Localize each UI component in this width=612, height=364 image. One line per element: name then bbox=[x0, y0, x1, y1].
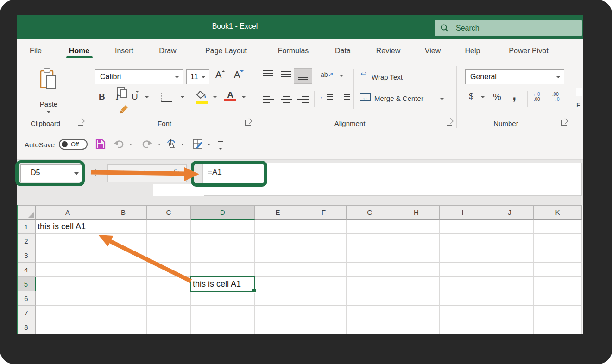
row-header-4[interactable]: 4 bbox=[17, 263, 36, 277]
cell-B6[interactable] bbox=[100, 291, 147, 306]
column-header-C[interactable]: C bbox=[147, 206, 191, 220]
cell-H3[interactable] bbox=[393, 248, 440, 263]
column-header-J[interactable]: J bbox=[486, 206, 534, 220]
cell-J2[interactable] bbox=[486, 234, 534, 248]
cell-F5[interactable] bbox=[301, 277, 347, 291]
undo-button[interactable] bbox=[113, 139, 125, 151]
paste-dropdown-icon[interactable] bbox=[47, 111, 50, 113]
borders-button[interactable] bbox=[161, 93, 172, 102]
tab-insert[interactable]: Insert bbox=[115, 47, 133, 55]
cell-E2[interactable] bbox=[255, 234, 301, 248]
cell-F2[interactable] bbox=[301, 234, 347, 248]
cell-I5[interactable] bbox=[440, 277, 486, 291]
cell-B7[interactable] bbox=[100, 306, 147, 320]
cell-K6[interactable] bbox=[534, 291, 582, 306]
row-header-5[interactable]: 5 bbox=[17, 277, 36, 291]
clipboard-dialog-launcher-icon[interactable] bbox=[78, 120, 83, 126]
cell-E1[interactable] bbox=[255, 220, 301, 234]
tab-help[interactable]: Help bbox=[465, 47, 480, 55]
cell-K7[interactable] bbox=[534, 306, 582, 320]
cell-B8[interactable] bbox=[100, 320, 147, 334]
align-center-button[interactable] bbox=[281, 94, 292, 103]
row-header-3[interactable]: 3 bbox=[17, 248, 36, 263]
tab-draw[interactable]: Draw bbox=[159, 47, 176, 55]
cell-J7[interactable] bbox=[486, 306, 534, 320]
cell-E4[interactable] bbox=[255, 263, 301, 277]
cell-I3[interactable] bbox=[440, 248, 486, 263]
column-header-D[interactable]: D bbox=[191, 206, 255, 220]
increase-indent-button[interactable]: → bbox=[337, 94, 350, 100]
cell-D8[interactable] bbox=[191, 320, 255, 334]
cell-G6[interactable] bbox=[347, 291, 393, 306]
cell-A6[interactable] bbox=[36, 291, 100, 306]
tab-formulas[interactable]: Formulas bbox=[278, 47, 309, 55]
column-header-K[interactable]: K bbox=[534, 206, 582, 220]
row-header-8[interactable]: 8 bbox=[17, 320, 36, 334]
select-all-corner[interactable] bbox=[17, 206, 36, 220]
cell-I6[interactable] bbox=[440, 291, 486, 306]
cell-G5[interactable] bbox=[347, 277, 393, 291]
save-button[interactable] bbox=[95, 138, 106, 151]
redo-button[interactable] bbox=[141, 139, 153, 151]
alignment-dialog-launcher-icon[interactable] bbox=[447, 120, 452, 126]
cell-K5[interactable] bbox=[534, 277, 582, 291]
touch-mode-dropdown-icon[interactable] bbox=[181, 144, 184, 145]
cell-G2[interactable] bbox=[347, 234, 393, 248]
cell-B5[interactable] bbox=[100, 277, 147, 291]
cell-I8[interactable] bbox=[440, 320, 486, 334]
number-format-combo[interactable]: General bbox=[465, 69, 564, 84]
cell-H7[interactable] bbox=[393, 306, 440, 320]
cell-B3[interactable] bbox=[100, 248, 147, 263]
decrease-decimal-button[interactable]: .00 →0 bbox=[552, 92, 560, 102]
underline-button[interactable]: U bbox=[132, 92, 138, 102]
cell-D1[interactable] bbox=[191, 220, 255, 234]
cell-B4[interactable] bbox=[100, 263, 147, 277]
cell-I7[interactable] bbox=[440, 306, 486, 320]
cell-J6[interactable] bbox=[486, 291, 534, 306]
search-box[interactable]: Search bbox=[435, 20, 582, 36]
cell-C3[interactable] bbox=[147, 248, 191, 263]
customize-qat-button[interactable] bbox=[218, 141, 223, 151]
font-color-button[interactable]: A bbox=[224, 90, 236, 101]
increase-decimal-button[interactable]: ←0 .00 bbox=[533, 92, 540, 102]
cell-A3[interactable] bbox=[36, 248, 100, 263]
tab-page-layout[interactable]: Page Layout bbox=[205, 47, 247, 55]
wrap-text-button[interactable]: ↩ bbox=[360, 69, 366, 78]
grow-font-button[interactable]: A bbox=[215, 69, 225, 80]
paste-button[interactable] bbox=[40, 68, 57, 92]
column-header-A[interactable]: A bbox=[36, 206, 100, 220]
cell-D6[interactable] bbox=[191, 291, 255, 306]
cell-G3[interactable] bbox=[347, 248, 393, 263]
touch-mouse-mode-button[interactable] bbox=[166, 138, 177, 151]
undo-dropdown-icon[interactable] bbox=[129, 144, 132, 145]
draw-table-button[interactable] bbox=[192, 138, 203, 151]
cell-C4[interactable] bbox=[147, 263, 191, 277]
percent-button[interactable]: % bbox=[493, 92, 501, 102]
tab-home[interactable]: Home bbox=[69, 47, 89, 55]
column-header-I[interactable]: I bbox=[440, 206, 486, 220]
cell-A1[interactable]: this is cell A1 bbox=[36, 220, 100, 234]
cell-A4[interactable] bbox=[36, 263, 100, 277]
cell-A8[interactable] bbox=[36, 320, 100, 334]
cell-C8[interactable] bbox=[147, 320, 191, 334]
cell-J8[interactable] bbox=[486, 320, 534, 334]
cell-D7[interactable] bbox=[191, 306, 255, 320]
tab-file[interactable]: File bbox=[30, 47, 42, 55]
row-header-2[interactable]: 2 bbox=[17, 234, 36, 248]
cell-D4[interactable] bbox=[191, 263, 255, 277]
format-painter-button[interactable] bbox=[119, 104, 130, 117]
fill-handle[interactable] bbox=[252, 289, 256, 293]
decrease-indent-button[interactable]: ← bbox=[320, 94, 333, 100]
cell-F7[interactable] bbox=[301, 306, 347, 320]
autosave-toggle[interactable]: Off bbox=[59, 139, 88, 150]
row-header-7[interactable]: 7 bbox=[17, 306, 36, 320]
currency-button[interactable]: $ bbox=[469, 92, 473, 101]
font-color-dropdown-icon[interactable] bbox=[242, 96, 246, 98]
cell-B2[interactable] bbox=[100, 234, 147, 248]
column-header-E[interactable]: E bbox=[255, 206, 301, 220]
merge-center-dropdown-icon[interactable] bbox=[440, 98, 444, 100]
orientation-button[interactable]: ab↗ bbox=[321, 70, 334, 79]
cell-E3[interactable] bbox=[255, 248, 301, 263]
cell-C6[interactable] bbox=[147, 291, 191, 306]
cell-J1[interactable] bbox=[486, 220, 534, 234]
